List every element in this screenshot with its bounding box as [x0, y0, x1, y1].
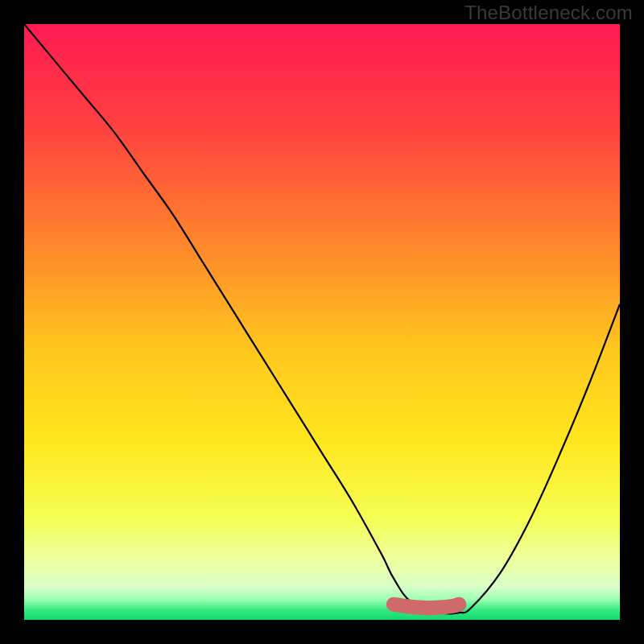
optimal-range-end-dot [452, 597, 466, 612]
optimal-range-path [394, 605, 459, 608]
bottleneck-curve [24, 24, 620, 613]
curve-layer [24, 24, 620, 620]
optimal-range-band [394, 597, 466, 612]
plot-area [24, 24, 620, 620]
chart-frame: TheBottleneck.com [0, 0, 644, 644]
watermark-text: TheBottleneck.com [464, 2, 633, 24]
